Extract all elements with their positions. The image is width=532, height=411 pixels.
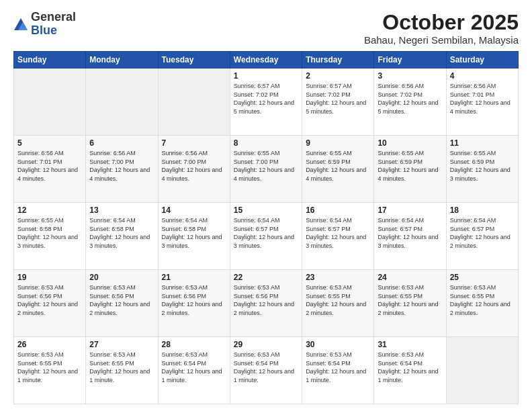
- cell-content: Sunrise: 6:54 AM Sunset: 6:57 PM Dayligh…: [450, 216, 515, 250]
- day-number: 2: [306, 71, 370, 81]
- day-number: 14: [162, 205, 226, 215]
- day-number: 15: [234, 205, 298, 215]
- title-block: October 2025 Bahau, Negeri Sembilan, Mal…: [364, 11, 519, 46]
- cell-content: Sunrise: 6:55 AM Sunset: 6:59 PM Dayligh…: [306, 149, 370, 183]
- calendar-cell: 15Sunrise: 6:54 AM Sunset: 6:57 PM Dayli…: [230, 203, 302, 270]
- day-number: 23: [306, 273, 370, 282]
- cell-content: Sunrise: 6:53 AM Sunset: 6:56 PM Dayligh…: [17, 283, 82, 317]
- cell-content: Sunrise: 6:53 AM Sunset: 6:55 PM Dayligh…: [89, 351, 154, 384]
- cell-content: Sunrise: 6:55 AM Sunset: 7:00 PM Dayligh…: [234, 149, 298, 183]
- calendar-cell: 9Sunrise: 6:55 AM Sunset: 6:59 PM Daylig…: [302, 136, 374, 203]
- day-header-sunday: Sunday: [14, 52, 86, 68]
- day-number: 19: [17, 273, 82, 282]
- day-number: 9: [306, 138, 370, 148]
- day-number: 8: [234, 138, 298, 148]
- header: General Blue October 2025 Bahau, Negeri …: [13, 11, 519, 46]
- day-number: 20: [89, 273, 154, 282]
- cell-content: Sunrise: 6:54 AM Sunset: 6:58 PM Dayligh…: [89, 216, 154, 250]
- calendar-cell: 21Sunrise: 6:53 AM Sunset: 6:56 PM Dayli…: [158, 270, 230, 337]
- day-number: 17: [378, 205, 442, 215]
- page: General Blue October 2025 Bahau, Negeri …: [0, 0, 532, 411]
- calendar-cell: [86, 68, 158, 136]
- calendar-cell: 4Sunrise: 6:56 AM Sunset: 7:01 PM Daylig…: [446, 68, 518, 136]
- day-header-wednesday: Wednesday: [230, 52, 302, 68]
- calendar-cell: 2Sunrise: 6:57 AM Sunset: 7:02 PM Daylig…: [302, 68, 374, 136]
- cell-content: Sunrise: 6:53 AM Sunset: 6:54 PM Dayligh…: [162, 351, 226, 384]
- calendar-cell: 10Sunrise: 6:55 AM Sunset: 6:59 PM Dayli…: [374, 136, 446, 203]
- logo-text: General Blue: [31, 11, 76, 38]
- calendar-cell: 26Sunrise: 6:53 AM Sunset: 6:55 PM Dayli…: [14, 337, 86, 404]
- calendar-cell: 8Sunrise: 6:55 AM Sunset: 7:00 PM Daylig…: [230, 136, 302, 203]
- cell-content: Sunrise: 6:57 AM Sunset: 7:02 PM Dayligh…: [306, 82, 370, 116]
- day-header-saturday: Saturday: [446, 52, 518, 68]
- cell-content: Sunrise: 6:55 AM Sunset: 6:59 PM Dayligh…: [450, 149, 515, 183]
- calendar-cell: 24Sunrise: 6:53 AM Sunset: 6:55 PM Dayli…: [374, 270, 446, 337]
- cell-content: Sunrise: 6:53 AM Sunset: 6:54 PM Dayligh…: [234, 351, 298, 384]
- day-number: 22: [234, 273, 298, 282]
- day-number: 26: [17, 340, 82, 349]
- day-number: 29: [234, 340, 298, 349]
- cell-content: Sunrise: 6:56 AM Sunset: 7:00 PM Dayligh…: [89, 149, 154, 183]
- calendar-cell: 17Sunrise: 6:54 AM Sunset: 6:57 PM Dayli…: [374, 203, 446, 270]
- day-header-friday: Friday: [374, 52, 446, 68]
- day-number: 31: [378, 340, 442, 349]
- day-number: 28: [162, 340, 226, 349]
- cell-content: Sunrise: 6:57 AM Sunset: 7:02 PM Dayligh…: [234, 82, 298, 116]
- cell-content: Sunrise: 6:53 AM Sunset: 6:56 PM Dayligh…: [89, 283, 154, 317]
- cell-content: Sunrise: 6:53 AM Sunset: 6:56 PM Dayligh…: [162, 283, 226, 317]
- calendar-cell: 1Sunrise: 6:57 AM Sunset: 7:02 PM Daylig…: [230, 68, 302, 136]
- calendar-cell: 27Sunrise: 6:53 AM Sunset: 6:55 PM Dayli…: [86, 337, 158, 404]
- calendar-cell: 6Sunrise: 6:56 AM Sunset: 7:00 PM Daylig…: [86, 136, 158, 203]
- day-number: 24: [378, 273, 442, 282]
- day-header-thursday: Thursday: [302, 52, 374, 68]
- calendar-cell: 25Sunrise: 6:53 AM Sunset: 6:55 PM Dayli…: [446, 270, 518, 337]
- day-number: 10: [378, 138, 442, 148]
- calendar-cell: 23Sunrise: 6:53 AM Sunset: 6:55 PM Dayli…: [302, 270, 374, 337]
- calendar-cell: 31Sunrise: 6:53 AM Sunset: 6:54 PM Dayli…: [374, 337, 446, 404]
- cell-content: Sunrise: 6:53 AM Sunset: 6:56 PM Dayligh…: [234, 283, 298, 317]
- calendar-cell: 20Sunrise: 6:53 AM Sunset: 6:56 PM Dayli…: [86, 270, 158, 337]
- calendar-cell: 5Sunrise: 6:56 AM Sunset: 7:01 PM Daylig…: [14, 136, 86, 203]
- calendar-cell: 30Sunrise: 6:53 AM Sunset: 6:54 PM Dayli…: [302, 337, 374, 404]
- week-row-4: 19Sunrise: 6:53 AM Sunset: 6:56 PM Dayli…: [14, 270, 519, 337]
- week-row-2: 5Sunrise: 6:56 AM Sunset: 7:01 PM Daylig…: [14, 136, 519, 203]
- cell-content: Sunrise: 6:54 AM Sunset: 6:57 PM Dayligh…: [378, 216, 442, 250]
- cell-content: Sunrise: 6:56 AM Sunset: 7:01 PM Dayligh…: [450, 82, 515, 116]
- calendar-cell: [14, 68, 86, 136]
- day-number: 4: [450, 71, 515, 81]
- week-row-3: 12Sunrise: 6:55 AM Sunset: 6:58 PM Dayli…: [14, 203, 519, 270]
- cell-content: Sunrise: 6:53 AM Sunset: 6:55 PM Dayligh…: [378, 283, 442, 317]
- day-header-tuesday: Tuesday: [158, 52, 230, 68]
- logo: General Blue: [13, 11, 76, 38]
- cell-content: Sunrise: 6:56 AM Sunset: 7:00 PM Dayligh…: [162, 149, 226, 183]
- cell-content: Sunrise: 6:53 AM Sunset: 6:54 PM Dayligh…: [378, 351, 442, 384]
- calendar-table: SundayMondayTuesdayWednesdayThursdayFrid…: [13, 51, 519, 404]
- calendar-cell: 3Sunrise: 6:56 AM Sunset: 7:02 PM Daylig…: [374, 68, 446, 136]
- cell-content: Sunrise: 6:56 AM Sunset: 7:02 PM Dayligh…: [378, 82, 442, 116]
- calendar-cell: 11Sunrise: 6:55 AM Sunset: 6:59 PM Dayli…: [446, 136, 518, 203]
- day-number: 5: [17, 138, 82, 148]
- day-number: 6: [89, 138, 154, 148]
- calendar-cell: 28Sunrise: 6:53 AM Sunset: 6:54 PM Dayli…: [158, 337, 230, 404]
- calendar-cell: 29Sunrise: 6:53 AM Sunset: 6:54 PM Dayli…: [230, 337, 302, 404]
- calendar-cell: 14Sunrise: 6:54 AM Sunset: 6:58 PM Dayli…: [158, 203, 230, 270]
- day-number: 16: [306, 205, 370, 215]
- cell-content: Sunrise: 6:54 AM Sunset: 6:58 PM Dayligh…: [162, 216, 226, 250]
- cell-content: Sunrise: 6:53 AM Sunset: 6:54 PM Dayligh…: [306, 351, 370, 384]
- cell-content: Sunrise: 6:54 AM Sunset: 6:57 PM Dayligh…: [306, 216, 370, 250]
- calendar-cell: [158, 68, 230, 136]
- calendar-cell: 18Sunrise: 6:54 AM Sunset: 6:57 PM Dayli…: [446, 203, 518, 270]
- day-number: 27: [89, 340, 154, 349]
- week-row-1: 1Sunrise: 6:57 AM Sunset: 7:02 PM Daylig…: [14, 68, 519, 136]
- calendar-cell: 12Sunrise: 6:55 AM Sunset: 6:58 PM Dayli…: [14, 203, 86, 270]
- day-number: 21: [162, 273, 226, 282]
- day-number: 12: [17, 205, 82, 215]
- day-number: 1: [234, 71, 298, 81]
- cell-content: Sunrise: 6:56 AM Sunset: 7:01 PM Dayligh…: [17, 149, 82, 183]
- logo-blue: Blue: [31, 24, 57, 37]
- cell-content: Sunrise: 6:53 AM Sunset: 6:55 PM Dayligh…: [17, 351, 82, 384]
- calendar-cell: 16Sunrise: 6:54 AM Sunset: 6:57 PM Dayli…: [302, 203, 374, 270]
- calendar-cell: 19Sunrise: 6:53 AM Sunset: 6:56 PM Dayli…: [14, 270, 86, 337]
- day-number: 18: [450, 205, 515, 215]
- day-number: 3: [378, 71, 442, 81]
